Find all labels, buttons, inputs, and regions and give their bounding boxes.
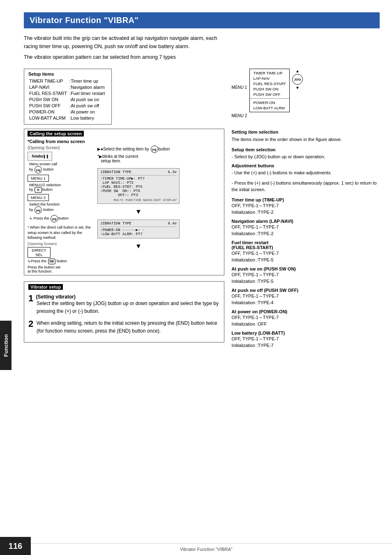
calling-setup-title: Calling the setup screen [28,131,84,136]
item-desc: :At push sw on [69,97,106,102]
navigation-alarm-title: Navigation alarm (LAP-NAVI) [232,219,380,224]
menu2-section: POWER-ON LOW-BATT ALRM [250,99,289,112]
step-1-container: 1 (Setting vibrator) Select the setting … [28,294,220,315]
item-name: POWER-ON [29,109,69,115]
adjustment-buttons-text1: - Use the (+) and (-) buttons to make ad… [232,169,380,176]
select-setting-item-label: ▶●Select the setting item by jogbutton [97,146,170,153]
push-sw-off-section: At push sw off (PUSH SW OFF) OFF, TYPE-1… [232,288,380,306]
push-sw-on-title: At push sw on (PUSH SW ON) [232,266,380,271]
right-menu-box: TIMER TIME-UP LAP-NAV FUEL RES-START PUS… [249,69,290,112]
opening-screen2-label: (Opening Screen) [28,242,93,246]
low-battery-title: Low battery (LOW-BATT) [232,331,380,335]
push-sw-on-section: At push sw on (PUSH SW ON) OFF, TYPE-1～T… [232,266,380,285]
vibrator-setup-title: Vibrator setup [28,284,63,290]
setup-item-selection-text: - Select by (JOG) button up or down oper… [232,153,380,160]
arrow-up-icon: ▲ [295,69,300,73]
jog-icon-select: jog [151,146,158,153]
direct-sel-box: DIRECT SEL [28,247,51,258]
item-name: LOW-BATT ALRM [29,116,69,121]
power-on-title: At power on (POWER-ON) [232,309,380,314]
lcd-voltage-1: 6.3v [168,170,177,174]
menu-screen-call-label: Menu screen callby jog button [29,162,57,173]
lcd-line: :PUSH SW ON:: PT5 [100,189,177,193]
down-arrow-icon: ▼ [135,208,142,215]
lcd-subtitle: MULTI FUNCTION BACKLIGHT DISPLAY [100,198,177,202]
adjustment-buttons-text2: - Press the (+) and (-) buttons simultan… [232,180,380,193]
item-name: TIMER TIME-UP [29,79,69,84]
lcd-line: :POWER-ON ------▶: - [100,228,177,232]
item-name: PUSH SW ON [29,97,69,102]
setup-items-table: TIMER TIME-UP :Timer time up LAP-NAVI :N… [28,78,107,122]
menu12-select-label: MENU1/2 selectionby ⊙button [29,183,61,193]
jog-icon-inline1: jog [35,166,42,173]
lcd-display-2: JIBRATION TYPE 6.4v :POWER-ON ------▶: -… [97,220,180,238]
arrow-down-icon: ▼ [295,86,300,90]
lcd-title-2: JIBRATION TYPE [100,222,131,226]
jog-button[interactable]: JOG [292,74,303,85]
lcd-display-1: JIBRATION TYPE 6.3v :TIMER TIME-UP▶: PT7… [97,168,180,204]
press-jog-label: ↳ Press the jogbutton [29,215,69,222]
list-item: PUSH SW ON :At push sw on [29,97,106,102]
calling-setup-box: Calling the setup screen *Calling from m… [24,129,224,275]
step-2-container: 2 When ending setting, return to the ini… [28,319,220,335]
push-sw-off-title: At push sw off (PUSH SW OFF) [232,288,380,293]
right-diagram: MENU 1 MENU 2 TIMER TIME-UP LAP-NAV FUEL… [232,69,380,125]
list-item: PUSH SW OFF :At push sw off [29,103,106,109]
vibrator-setup-section: Vibrator setup 1 (Setting vibrator) Sele… [24,281,224,342]
navigation-alarm-init: Initialization :TYPE-2 [232,230,380,237]
btn-icon-inline: ⊙ [35,187,42,193]
list-item: TIMER TIME-UP [253,70,286,76]
low-battery-text: OFF, TYPE-1～TYPE-7 [232,335,380,342]
item-desc: :Navigation alarm [69,85,106,90]
setup-item-selection-title: Setup item selection [232,147,380,152]
setup-items-title: Setup items [28,72,107,76]
btn-icon-direct: SW [48,259,55,264]
item-desc: :At power on [69,109,106,115]
list-item: LAP-NAV [253,76,286,81]
lcd-line: LAP NAVI:: PT2 [100,181,177,185]
fuel-timer-text: OFF, TYPE-1～TYPE-7 [232,250,380,257]
lcd-title-1: JIBRATION TYPE [100,170,131,174]
setting-selection-section: Setting item selection The items move in… [232,130,380,143]
step-2-text: When ending setting, return to the initi… [37,319,220,335]
list-item: LAP-NAVI :Navigation alarm [29,85,106,90]
setting-selection-text: The items move in the order shown in the… [232,136,380,143]
menu1-label: MENU 1 [232,85,247,90]
power-on-init: Initialization :OFF [232,321,380,328]
timer-time-up-init: Initialization :TYPE-2 [232,209,380,216]
item-desc: :At push sw off [69,103,106,109]
futaba-logo: futaba ▌▐ [28,152,52,161]
power-on-text: OFF, TYPE-1～TYPE-7 [232,314,380,321]
list-item: TIMER TIME-UP :Timer time up [29,79,106,84]
fuel-timer-title: Fuel timer restart [232,240,380,245]
list-item: PUSH SW OFF [253,92,286,97]
adjustment-buttons-section: Adjustment buttons - Use the (+) and (-)… [232,163,380,193]
timer-time-up-title: Timer time up (TIME-UP) [232,197,380,202]
item-name: FUEL RES-START [29,91,69,96]
step-1-number: 1 [28,294,33,303]
press-btn-label: ↳Press the SW button [28,259,67,264]
navigation-alarm-section: Navigation alarm (LAP-NAVI) OFF, TYPE-1～… [232,219,380,237]
menu2-label: MENU 2 [232,113,247,118]
blink-label: *▶blinks at the current setup item. [97,154,138,163]
navigation-alarm-text: OFF, TYPE-1～TYPE-7 [232,224,380,231]
fuel-timer-section: Fuel timer restart (FUEL RES-START) OFF,… [232,240,380,264]
menu-labels: MENU 1 MENU 2 [232,69,247,125]
setting-selection-title: Setting item selection [232,130,380,134]
page-number-box: 116 [0,537,31,555]
adjustment-buttons-title: Adjustment buttons [232,163,380,168]
list-item: FUEL RES-START :Fuel timer restart [29,91,106,96]
lcd-voltage-2: 6.4v [168,222,177,226]
push-sw-off-init: Initialization :TYPE-4 [232,299,380,306]
lcd-line: OFF:: PT3 [100,193,177,197]
low-battery-init: Initialization :TYPE-7 [232,342,380,349]
menu1-section: TIMER TIME-UP LAP-NAV FUEL RES-START PUS… [250,69,289,99]
step-1-text: Select the setting item by (JOG) button … [37,300,220,315]
jog-control: ▲ JOG ▼ [292,69,303,90]
intro-line2: racing timer time up, powering ON, push … [24,42,380,51]
jog-icon-inline2: jog [35,206,42,214]
down-arrow-icon-2: ▼ [135,243,142,250]
intro-line3: The vibrator operation pattern can be se… [24,53,380,61]
push-sw-on-init: Initialization :TYPE-5 [232,278,380,285]
push-sw-off-text: OFF, TYPE-1～TYPE-7 [232,293,380,300]
